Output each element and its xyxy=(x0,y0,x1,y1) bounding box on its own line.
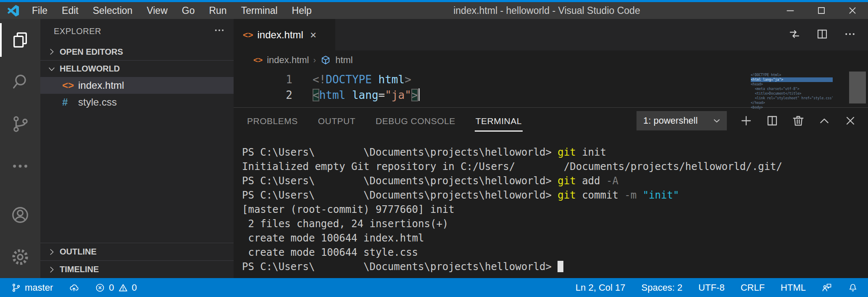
activity-account[interactable] xyxy=(0,194,40,236)
terminal-shell-select[interactable]: 1: powershell xyxy=(637,111,727,130)
section-outline[interactable]: OUTLINE xyxy=(40,243,234,260)
ellipsis-icon xyxy=(213,24,225,36)
maximize-panel-button[interactable] xyxy=(818,114,831,127)
file-item-style-css[interactable]: #style.css xyxy=(40,94,234,111)
terminal-line: create mode 100644 style.css xyxy=(242,247,868,261)
panel-tab-terminal[interactable]: TERMINAL xyxy=(475,110,523,132)
css-file-icon: # xyxy=(62,96,78,108)
window-controls xyxy=(775,2,868,19)
sidebar-more-actions-button[interactable] xyxy=(213,24,225,38)
minimap-line: <head> xyxy=(751,82,833,87)
outline-label: OUTLINE xyxy=(60,247,97,257)
section-timeline[interactable]: TIMELINE xyxy=(40,260,234,278)
editor-scrollbar-thumb[interactable] xyxy=(849,72,866,103)
section-open-editors[interactable]: OPEN EDITORS xyxy=(40,43,234,60)
line-number: 1 xyxy=(234,73,292,86)
html-file-icon: <> xyxy=(253,56,263,65)
activity-explorer[interactable] xyxy=(0,19,40,61)
menu-edit[interactable]: Edit xyxy=(55,2,86,19)
code-text: <!DOCTYPE html> xyxy=(313,73,411,86)
feedback-button[interactable] xyxy=(822,283,832,293)
menu-view[interactable]: View xyxy=(139,2,174,19)
open-changes-button[interactable] xyxy=(788,28,801,42)
window-title: index.html - helloworld - Visual Studio … xyxy=(319,5,775,16)
timeline-label: TIMELINE xyxy=(60,265,99,274)
tab-close-button[interactable]: × xyxy=(310,29,316,40)
chevron-down-icon xyxy=(47,64,56,74)
split-terminal-button[interactable] xyxy=(765,114,779,127)
activity-source-control[interactable] xyxy=(0,103,40,145)
terminal-line: Initialized empty Git repository in C:/U… xyxy=(242,161,868,175)
terminal-line: [master (root-commit) 9777660] init xyxy=(242,204,868,218)
code-editor[interactable]: 1<!DOCTYPE html>2<html lang="ja"> <!DOCT… xyxy=(234,69,868,107)
menu-help[interactable]: Help xyxy=(285,2,319,19)
chevron-right-icon xyxy=(47,265,56,274)
vscode-window: FileEditSelectionViewGoRunTerminalHelp i… xyxy=(0,0,868,297)
terminal-line: PS C:\Users\ \Documents\projects\hellowo… xyxy=(242,189,868,204)
minimap-line: <html lang="ja"> xyxy=(751,77,833,82)
minimap-line: <!DOCTYPE html> xyxy=(751,73,833,77)
chevron-down-icon xyxy=(712,116,722,126)
problems-status[interactable]: 0 0 xyxy=(95,282,137,293)
tab-label: index.html xyxy=(258,29,303,41)
eol-status[interactable]: CRLF xyxy=(741,282,765,293)
cursor-position-status[interactable]: Ln 2, Col 17 xyxy=(576,282,626,293)
menu-run[interactable]: Run xyxy=(202,2,234,19)
activity-settings[interactable] xyxy=(0,236,40,278)
menu-selection[interactable]: Selection xyxy=(86,2,140,19)
encoding-status[interactable]: UTF-8 xyxy=(698,282,724,293)
split-editor-button[interactable] xyxy=(816,28,829,42)
search-icon xyxy=(11,72,30,92)
sidebar-spacer xyxy=(40,111,234,243)
sync-changes-button[interactable] xyxy=(69,283,79,293)
language-mode-status[interactable]: HTML xyxy=(781,282,806,293)
section-folder[interactable]: HELLOWORLD xyxy=(40,60,234,77)
editor-actions xyxy=(788,19,868,50)
plus-icon xyxy=(739,114,753,127)
git-branch-status[interactable]: master xyxy=(11,282,53,293)
tab-bar: <> index.html × xyxy=(234,19,868,50)
kill-terminal-button[interactable] xyxy=(792,114,805,127)
panel-tab-debug-console[interactable]: DEBUG CONSOLE xyxy=(375,110,456,132)
breadcrumb-file[interactable]: index.html xyxy=(267,55,309,66)
new-terminal-button[interactable] xyxy=(739,114,753,127)
bell-icon xyxy=(848,283,858,293)
minimap-line: <body> xyxy=(751,105,833,110)
menu-go[interactable]: Go xyxy=(175,2,202,19)
close-window-button[interactable] xyxy=(837,2,868,19)
minimize-button[interactable] xyxy=(775,2,806,19)
terminal-content[interactable]: PS C:\Users\ \Documents\projects\hellowo… xyxy=(234,134,868,278)
panel-tabs: PROBLEMSOUTPUTDEBUG CONSOLETERMINAL xyxy=(246,110,523,132)
sidebar-title: EXPLORER xyxy=(54,27,213,36)
menu-file[interactable]: File xyxy=(25,2,55,19)
close-panel-button[interactable] xyxy=(844,114,857,127)
minimap-line: </head> xyxy=(751,101,833,105)
terminal-cursor xyxy=(558,261,563,272)
warning-count: 0 xyxy=(132,282,137,293)
panel-tab-output[interactable]: OUTPUT xyxy=(317,110,356,132)
shell-select-value: 1: powershell xyxy=(643,115,698,126)
activity-search[interactable] xyxy=(0,61,40,103)
terminal-line: create mode 100644 index.html xyxy=(242,232,868,247)
indentation-status[interactable]: Spaces: 2 xyxy=(641,282,682,293)
warning-icon xyxy=(118,283,128,293)
tab-index-html[interactable]: <> index.html × xyxy=(234,19,335,50)
menu-terminal[interactable]: Terminal xyxy=(234,2,285,19)
terminal-line: PS C:\Users\ \Documents\projects\hellowo… xyxy=(242,146,868,161)
activity-more[interactable] xyxy=(0,145,40,187)
file-name: style.css xyxy=(78,96,117,108)
breadcrumb-symbol[interactable]: html xyxy=(335,55,353,66)
close-icon xyxy=(847,5,858,16)
split-editor-icon xyxy=(816,28,829,40)
file-item-index-html[interactable]: <>index.html xyxy=(40,77,234,94)
error-count: 0 xyxy=(109,282,114,293)
notifications-button[interactable] xyxy=(848,283,858,293)
panel-tab-problems[interactable]: PROBLEMS xyxy=(246,110,299,132)
editor-more-actions-button[interactable] xyxy=(844,28,856,42)
activity-spacer xyxy=(0,187,40,194)
minimap[interactable]: <!DOCTYPE html><html lang="ja"><head> <m… xyxy=(751,73,833,110)
maximize-button[interactable] xyxy=(806,2,837,19)
git-branch-icon xyxy=(11,283,21,293)
terminal-line: PS C:\Users\ \Documents\projects\hellowo… xyxy=(242,261,868,275)
account-icon xyxy=(11,205,30,225)
